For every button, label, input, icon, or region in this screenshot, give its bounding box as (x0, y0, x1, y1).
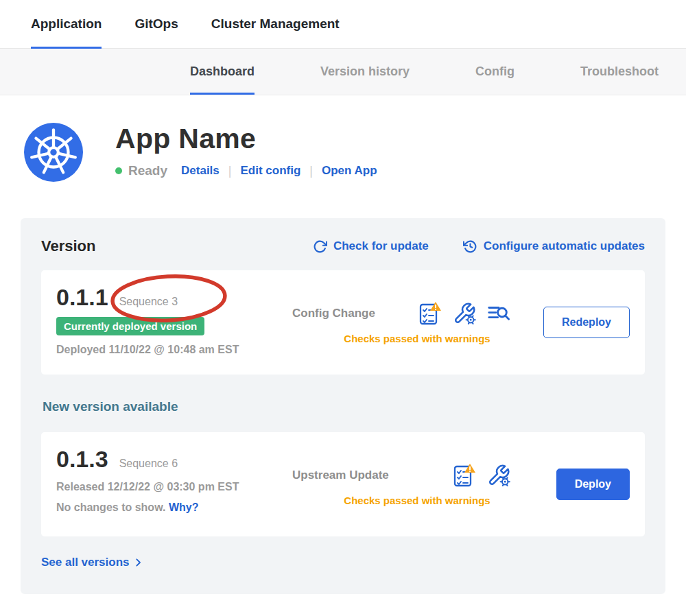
see-all-versions-label: See all versions (41, 556, 130, 569)
current-version-detail: Config Change (283, 284, 630, 361)
subtab-config[interactable]: Config (475, 49, 514, 95)
check-for-update-button[interactable]: Check for update (313, 239, 429, 254)
new-version-sequence: Sequence 6 (119, 458, 178, 470)
status-text: Ready (128, 163, 167, 178)
app-info: App Name Ready Details | Edit config | O… (115, 123, 377, 178)
checks-status-text: Checks passed with warnings (283, 495, 510, 506)
preflight-logs-icon[interactable] (487, 302, 510, 325)
redeploy-button[interactable]: Redeploy (543, 307, 630, 338)
tab-application[interactable]: Application (31, 0, 102, 48)
checks-warning-icon[interactable] (417, 301, 442, 326)
subtab-label: Troubleshoot (580, 64, 659, 79)
config-tools-icon[interactable] (453, 302, 476, 325)
config-tools-icon[interactable] (487, 464, 510, 487)
tab-label: Application (31, 16, 102, 32)
no-changes-text: No changes to show. Why? (56, 501, 283, 514)
subtab-label: Version history (320, 64, 410, 79)
deploy-button[interactable]: Deploy (556, 469, 630, 500)
tab-label: Cluster Management (211, 16, 340, 32)
details-link[interactable]: Details (181, 164, 220, 178)
page-title: App Name (115, 123, 377, 155)
subtab-troubleshoot[interactable]: Troubleshoot (580, 49, 659, 95)
ready-status-dot (115, 167, 122, 174)
version-line: 0.1.1 Sequence 3 (56, 284, 283, 311)
edit-config-link[interactable]: Edit config (240, 164, 300, 178)
configure-automatic-updates-label: Configure automatic updates (484, 239, 645, 253)
new-version-number: 0.1.3 (56, 446, 108, 473)
new-version-box: 0.1.3 Sequence 6 Released 12/12/22 @ 03:… (41, 432, 645, 536)
configure-automatic-updates-button[interactable]: Configure automatic updates (463, 239, 645, 254)
version-card-actions: Check for update Configure automatic upd… (313, 239, 645, 254)
check-icons-row (417, 301, 510, 326)
top-nav: Application GitOps Cluster Management (0, 0, 686, 49)
version-card-header: Version Check for update Configure autom… (41, 237, 645, 255)
checks-status-text: Checks passed with warnings (283, 333, 510, 344)
change-type-label: Config Change (283, 307, 401, 320)
kubernetes-logo (24, 123, 83, 182)
current-version-box: 0.1.1 Sequence 3 Currently deployed vers… (41, 270, 645, 375)
app-sub-nav: Dashboard Version history Config Trouble… (0, 49, 686, 95)
check-icons-row (451, 463, 510, 488)
see-all-versions-link[interactable]: See all versions (41, 556, 144, 569)
current-version-number: 0.1.1 (56, 284, 108, 311)
check-for-update-label: Check for update (333, 239, 429, 253)
tab-cluster-management[interactable]: Cluster Management (211, 0, 340, 48)
subtab-dashboard[interactable]: Dashboard (190, 49, 255, 95)
checks-warning-icon[interactable] (451, 463, 476, 488)
new-version-heading: New version available (43, 399, 645, 414)
version-card-title: Version (41, 237, 95, 255)
open-app-link[interactable]: Open App (322, 164, 377, 178)
currently-deployed-badge: Currently deployed version (56, 317, 204, 335)
separator: | (228, 164, 232, 178)
auto-update-icon (463, 239, 477, 254)
version-card: Version Check for update Configure autom… (21, 218, 665, 594)
why-link[interactable]: Why? (169, 501, 199, 513)
subtab-label: Dashboard (190, 64, 255, 79)
new-version-info: 0.1.3 Sequence 6 Released 12/12/22 @ 03:… (56, 446, 283, 523)
current-version-sequence: Sequence 3 (119, 296, 178, 308)
no-changes-label: No changes to show. (56, 501, 165, 513)
change-type-label: Upstream Update (283, 469, 435, 482)
refresh-icon (313, 239, 327, 254)
subtab-label: Config (475, 64, 514, 79)
current-version-info: 0.1.1 Sequence 3 Currently deployed vers… (56, 284, 283, 361)
app-header: App Name Ready Details | Edit config | O… (0, 95, 686, 218)
new-version-detail: Upstream Update (283, 446, 630, 523)
tab-gitops[interactable]: GitOps (134, 0, 178, 48)
tab-label: GitOps (134, 16, 178, 32)
separator: | (309, 164, 313, 178)
subtab-version-history[interactable]: Version history (320, 49, 410, 95)
chevron-right-icon (133, 557, 144, 568)
version-line: 0.1.3 Sequence 6 (56, 446, 283, 473)
status-row: Ready Details | Edit config | Open App (115, 163, 377, 178)
deployed-timestamp: Deployed 11/10/22 @ 10:48 am EST (56, 344, 283, 356)
released-timestamp: Released 12/12/22 @ 03:30 pm EST (56, 481, 283, 493)
